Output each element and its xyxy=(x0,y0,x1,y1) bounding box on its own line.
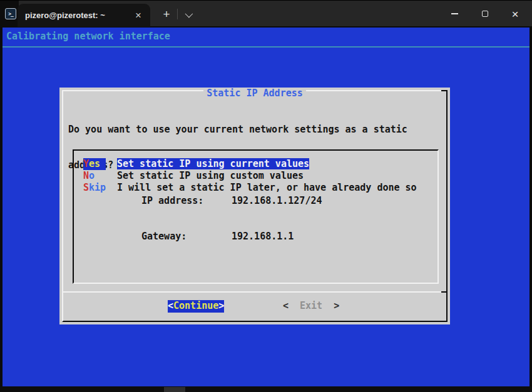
tab-close-icon[interactable]: × xyxy=(133,10,144,21)
continue-button-label: Continue xyxy=(173,300,218,311)
exit-button[interactable]: <Exit> xyxy=(283,300,339,313)
menu-item-description: Set static IP using current values xyxy=(117,158,309,169)
button-separator-line xyxy=(62,291,448,293)
terminal-tab[interactable]: pizero@pizerotest: ~ × xyxy=(18,4,150,27)
exit-button-label: Exit xyxy=(300,300,322,311)
message-line: Do you want to use your current network … xyxy=(68,124,440,136)
maximize-icon xyxy=(482,11,488,17)
screen: >_ pizero@pizerotest: ~ × + × Calibratin… xyxy=(0,0,532,392)
continue-button[interactable]: <Continue> xyxy=(168,300,224,313)
menu-item-description: Set static IP using custom values xyxy=(117,170,304,181)
shortcut-letter: Y xyxy=(83,158,89,169)
dialog-title: Static IP Address xyxy=(59,88,450,99)
terminal-viewport: Calibrating network interface Static IP … xyxy=(3,28,529,386)
close-button[interactable]: × xyxy=(501,1,529,27)
tab-bar-divider xyxy=(177,9,178,19)
minimize-icon xyxy=(451,13,458,14)
menu-item-no[interactable]: NoSet static IP using custom values xyxy=(83,170,437,182)
menu-item-description: I will set a static IP later, or have al… xyxy=(117,182,417,193)
backtitle-underline xyxy=(3,46,529,48)
chevron-down-icon xyxy=(185,9,193,18)
shortcut-letter: N xyxy=(83,170,89,181)
bottom-bar xyxy=(0,386,532,392)
menu-item-yes[interactable]: YesSet static IP using current values xyxy=(83,158,437,170)
tab-dropdown-button[interactable] xyxy=(180,6,195,23)
shortcut-letter: S xyxy=(83,182,89,193)
window-title-bar: >_ pizero@pizerotest: ~ × + × xyxy=(0,0,532,26)
button-separator-junction xyxy=(441,291,448,293)
maximize-button[interactable] xyxy=(471,1,499,27)
terminal-app-icon: >_ xyxy=(5,8,16,19)
close-icon: × xyxy=(511,8,518,20)
menu-item-skip[interactable]: SkipI will set a static IP later, or hav… xyxy=(83,182,437,194)
minimize-button[interactable] xyxy=(440,1,469,27)
new-tab-button[interactable]: + xyxy=(158,6,175,23)
dialog-border-corner xyxy=(441,90,448,91)
tab-title: pizero@pizerotest: ~ xyxy=(25,11,133,20)
static-ip-dialog: Static IP Address Do you want to use you… xyxy=(59,88,450,324)
backtitle-text: Calibrating network interface xyxy=(6,31,170,43)
bottom-bar-segment xyxy=(164,387,185,392)
menu-listbox: YesSet static IP using current values No… xyxy=(73,149,439,284)
